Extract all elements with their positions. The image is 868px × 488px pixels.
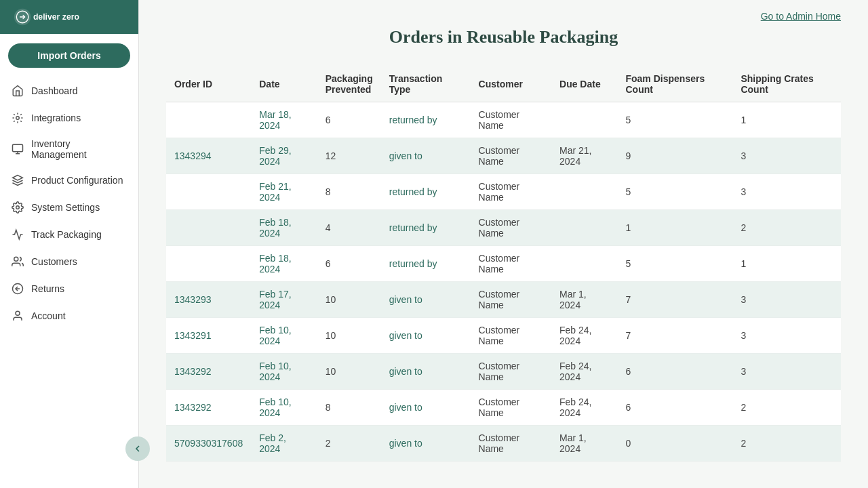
sidebar: deliver zero Import Orders Dashboard Int…	[0, 0, 139, 488]
table-cell-5	[551, 246, 617, 282]
customers-icon	[11, 255, 24, 268]
table-row: 1343291Feb 10, 202410given toCustomer Na…	[166, 318, 841, 354]
table-cell-7: 2	[732, 210, 841, 246]
sidebar-item-system-settings-label: System Settings	[31, 202, 100, 213]
table-cell-7: 3	[732, 138, 841, 174]
table-cell-6: 7	[617, 318, 732, 354]
table-cell-6: 5	[617, 174, 732, 210]
sidebar-item-account[interactable]: Account	[0, 302, 138, 329]
top-bar: Go to Admin Home	[139, 0, 868, 27]
admin-home-link[interactable]: Go to Admin Home	[761, 11, 841, 22]
table-cell-0	[166, 174, 251, 210]
sidebar-item-account-label: Account	[31, 310, 66, 321]
table-cell-2: 10	[317, 354, 381, 390]
table-row: 1343292Feb 10, 20248given toCustomer Nam…	[166, 390, 841, 426]
table-cell-7: 1	[732, 246, 841, 282]
table-cell-1: Feb 18, 2024	[251, 210, 317, 246]
svg-point-12	[16, 311, 20, 315]
sidebar-item-integrations[interactable]: Integrations	[0, 104, 138, 131]
table-cell-1: Feb 2, 2024	[251, 426, 317, 462]
sidebar-item-product-config[interactable]: Product Configuration	[0, 167, 138, 194]
table-cell-7: 3	[732, 282, 841, 318]
sidebar-nav: Dashboard Integrations Inventory Managem…	[0, 77, 138, 329]
table-cell-6: 0	[617, 426, 732, 462]
table-cell-4: Customer Name	[471, 354, 551, 390]
table-cell-0	[166, 210, 251, 246]
table-cell-5	[551, 174, 617, 210]
table-cell-5: Mar 21, 2024	[551, 138, 617, 174]
logo: deliver zero	[0, 0, 138, 34]
table-cell-0: 1343291	[166, 318, 251, 354]
table-cell-3: given to	[381, 282, 471, 318]
home-icon	[11, 84, 24, 98]
table-cell-2: 8	[317, 174, 381, 210]
table-cell-3: given to	[381, 354, 471, 390]
svg-point-3	[16, 117, 20, 120]
sidebar-item-returns[interactable]: Returns	[0, 275, 138, 302]
table-cell-5	[551, 102, 617, 138]
col-foam-count: Foam Dispensers Count	[617, 66, 732, 102]
svg-rect-4	[13, 144, 23, 152]
table-cell-2: 4	[317, 210, 381, 246]
table-cell-7: 1	[732, 102, 841, 138]
col-order-id: Order ID	[166, 66, 251, 102]
table-cell-2: 6	[317, 102, 381, 138]
sidebar-item-system-settings[interactable]: System Settings	[0, 194, 138, 221]
orders-table: Order ID Date PackagingPrevented Transac…	[166, 66, 841, 462]
table-cell-5: Mar 1, 2024	[551, 282, 617, 318]
table-cell-3: returned by	[381, 246, 471, 282]
table-cell-4: Customer Name	[471, 246, 551, 282]
table-cell-6: 6	[617, 390, 732, 426]
table-cell-1: Feb 10, 2024	[251, 390, 317, 426]
table-cell-4: Customer Name	[471, 390, 551, 426]
table-cell-6: 7	[617, 282, 732, 318]
table-cell-3: returned by	[381, 210, 471, 246]
table-cell-4: Customer Name	[471, 210, 551, 246]
sidebar-item-inventory[interactable]: Inventory Management	[0, 131, 138, 167]
svg-text:deliver zero: deliver zero	[33, 12, 79, 22]
table-cell-1: Feb 18, 2024	[251, 246, 317, 282]
table-cell-6: 1	[617, 210, 732, 246]
sidebar-item-integrations-label: Integrations	[31, 113, 81, 123]
table-cell-1: Mar 18, 2024	[251, 102, 317, 138]
table-cell-4: Customer Name	[471, 102, 551, 138]
col-customer: Customer	[471, 66, 551, 102]
table-cell-3: given to	[381, 138, 471, 174]
table-cell-6: 5	[617, 246, 732, 282]
col-packaging-prevented: PackagingPrevented	[317, 66, 381, 102]
import-orders-button[interactable]: Import Orders	[8, 43, 130, 68]
sidebar-item-customers[interactable]: Customers	[0, 248, 138, 275]
col-crates-count: Shipping Crates Count	[732, 66, 841, 102]
sidebar-item-returns-label: Returns	[31, 283, 64, 294]
svg-marker-7	[13, 176, 23, 181]
sidebar-item-inventory-label: Inventory Management	[31, 138, 127, 160]
sidebar-item-track-packaging-label: Track Packaging	[31, 229, 102, 240]
table-cell-4: Customer Name	[471, 318, 551, 354]
table-cell-0	[166, 102, 251, 138]
table-cell-0: 1343293	[166, 282, 251, 318]
sidebar-item-customers-label: Customers	[31, 256, 77, 267]
col-due-date: Due Date	[551, 66, 617, 102]
table-cell-2: 2	[317, 426, 381, 462]
col-transaction-type: Transaction Type	[381, 66, 471, 102]
table-cell-2: 12	[317, 138, 381, 174]
table-cell-1: Feb 10, 2024	[251, 318, 317, 354]
page-title: Orders in Reusable Packaging	[139, 27, 868, 47]
table-cell-2: 10	[317, 282, 381, 318]
table-cell-4: Customer Name	[471, 138, 551, 174]
table-cell-0: 5709330317608	[166, 426, 251, 462]
returns-icon	[11, 282, 24, 296]
settings-icon	[11, 201, 24, 214]
table-header-row: Order ID Date PackagingPrevented Transac…	[166, 66, 841, 102]
sidebar-item-dashboard[interactable]: Dashboard	[0, 77, 138, 104]
sidebar-collapse-button[interactable]	[125, 436, 150, 461]
table-row: Feb 18, 20244returned byCustomer Name12	[166, 210, 841, 246]
svg-point-9	[14, 257, 18, 261]
table-cell-5: Feb 24, 2024	[551, 390, 617, 426]
sidebar-item-track-packaging[interactable]: Track Packaging	[0, 221, 138, 248]
table-cell-7: 3	[732, 318, 841, 354]
table-cell-7: 2	[732, 390, 841, 426]
table-row: 1343294Feb 29, 202412given toCustomer Na…	[166, 138, 841, 174]
table-cell-2: 8	[317, 390, 381, 426]
table-cell-5: Feb 24, 2024	[551, 318, 617, 354]
